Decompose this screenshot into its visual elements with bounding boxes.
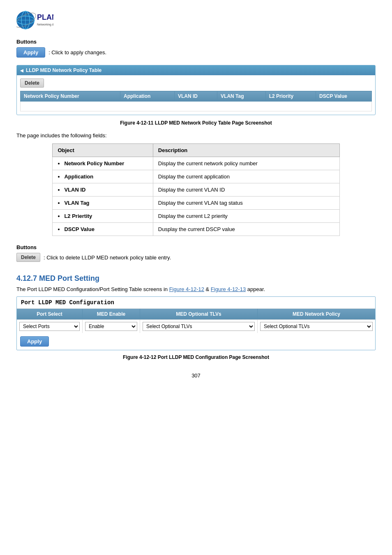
figure-link-1[interactable]: Figure 4-12-12	[169, 286, 204, 292]
empty-row	[21, 102, 372, 111]
col-med-optional-tlvs: MED Optional TLVs	[140, 309, 258, 319]
object-cell: Application	[53, 170, 153, 183]
svg-text:Networking & Communication: Networking & Communication	[37, 23, 53, 26]
intro-text-3: appear.	[247, 286, 265, 292]
description-cell: Dusplay the current DSCP value	[153, 223, 339, 236]
col-med-enable: MED Enable	[83, 309, 140, 319]
object-table-row: VLAN IDDisplay the current VLAN ID	[53, 183, 339, 197]
description-cell: Display the current application	[153, 170, 339, 183]
delete-button-2[interactable]: Delete	[16, 253, 40, 262]
apply-button-2[interactable]: Apply	[20, 336, 49, 347]
port-select-cell: Select Ports	[17, 320, 83, 333]
port-lldp-apply-row: Apply	[17, 333, 375, 350]
med-enable-cell: Enable Disable	[83, 320, 140, 333]
apply-row-1: Apply : Click to apply changes.	[16, 47, 376, 58]
logo-area: PLANET Networking & Communication	[16, 8, 376, 32]
description-cell: Display the current VLAN ID	[153, 183, 339, 197]
page-number: 307	[16, 372, 376, 379]
fields-intro: The page includes the following fields:	[16, 132, 376, 139]
object-table-row: DSCP ValueDusplay the current DSCP value	[53, 223, 339, 236]
object-table-row: ApplicationDisplay the current applicati…	[53, 170, 339, 183]
col-port-select: Port Select	[17, 309, 83, 319]
col-object: Object	[53, 144, 153, 157]
figure2-caption: Figure 4-12-12 Port LLDP MED Configurati…	[16, 354, 376, 360]
med-enable-dropdown[interactable]: Enable Disable	[85, 322, 137, 331]
intro-text: The Port LLDP MED Configuration/Port Set…	[16, 286, 169, 292]
col-vlan-id: VLAN ID	[174, 91, 217, 102]
arrow-icon: ◀	[20, 68, 23, 73]
object-cell: Network Policy Number	[53, 157, 153, 170]
object-table-row: Network Policy NumberDisplay the current…	[53, 157, 339, 170]
description-cell: Display the current network policy numbe…	[153, 157, 339, 170]
figure1-caption: Figure 4-12-11 LLDP MED Network Policy T…	[16, 120, 376, 126]
object-description-table: Object Description Network Policy Number…	[52, 143, 339, 236]
port-lldp-title: Port LLDP MED Configuration	[17, 297, 375, 309]
apply-description-1: : Click to apply changes.	[48, 49, 106, 56]
object-cell: VLAN ID	[53, 183, 153, 197]
col-description: Description	[153, 144, 339, 157]
col-network-policy-number: Network Policy Number	[21, 91, 120, 102]
figure-link-2[interactable]: Figure 4-12-13	[211, 286, 246, 292]
med-network-policy-dropdown[interactable]: Select Optional TLVs	[260, 322, 373, 331]
lldp-med-data-table: Network Policy Number Application VLAN I…	[20, 91, 372, 111]
description-cell: Display the current VLAN tag status	[153, 197, 339, 210]
delete-description: : Click to delete LLDP MED network polic…	[44, 254, 171, 261]
lldp-med-table-body: Delete Network Policy Number Application…	[17, 75, 375, 115]
section-title-text: MED Port Setting	[39, 274, 99, 282]
port-select-dropdown[interactable]: Select Ports	[19, 322, 80, 331]
object-table-row: L2 PriertityDisplay the current L2 prier…	[53, 210, 339, 223]
col-vlan-tag: VLAN Tag	[217, 91, 266, 102]
apply-button-1[interactable]: Apply	[16, 47, 45, 58]
med-port-setting-intro: The Port LLDP MED Configuration/Port Set…	[16, 286, 376, 292]
object-cell: VLAN Tag	[53, 197, 153, 210]
buttons-label-1: Buttons	[16, 39, 376, 45]
planet-logo: PLANET Networking & Communication	[16, 8, 53, 32]
object-table-row: VLAN TagDisplay the current VLAN tag sta…	[53, 197, 339, 210]
svg-text:PLANET: PLANET	[37, 13, 53, 21]
med-optional-tlvs-cell: Select Optional TLVs	[140, 320, 258, 333]
col-application: Application	[120, 91, 175, 102]
port-lldp-config-wrapper: Port LLDP MED Configuration Port Select …	[16, 296, 376, 350]
object-cell: L2 Priertity	[53, 210, 153, 223]
section-number: 4.12.7	[16, 274, 37, 282]
med-optional-tlvs-dropdown[interactable]: Select Optional TLVs	[143, 322, 255, 331]
med-port-setting-title: 4.12.7 MED Port Setting	[16, 274, 376, 283]
delete-row: Delete : Click to delete LLDP MED networ…	[16, 253, 376, 262]
object-cell: DSCP Value	[53, 223, 153, 236]
col-med-network-policy: MED Network Policy	[258, 309, 375, 319]
buttons-label-2: Buttons	[16, 244, 376, 250]
lldp-med-table-section: ◀ LLDP MED Network Policy Table Delete N…	[16, 65, 376, 115]
col-dscp-value: DSCP Value	[316, 91, 372, 102]
description-cell: Display the current L2 prierity	[153, 210, 339, 223]
med-network-policy-cell: Select Optional TLVs	[258, 320, 375, 333]
port-lldp-header-row: Port Select MED Enable MED Optional TLVs…	[17, 309, 375, 319]
port-lldp-data-row: Select Ports Enable Disable Select Optio…	[17, 319, 375, 333]
delete-button-1[interactable]: Delete	[20, 79, 44, 88]
col-l2-priority: L2 Priority	[265, 91, 316, 102]
lldp-med-table-title: LLDP MED Network Policy Table	[26, 67, 101, 73]
intro-text-2: &	[206, 286, 211, 292]
lldp-med-table-header: ◀ LLDP MED Network Policy Table	[17, 65, 375, 75]
